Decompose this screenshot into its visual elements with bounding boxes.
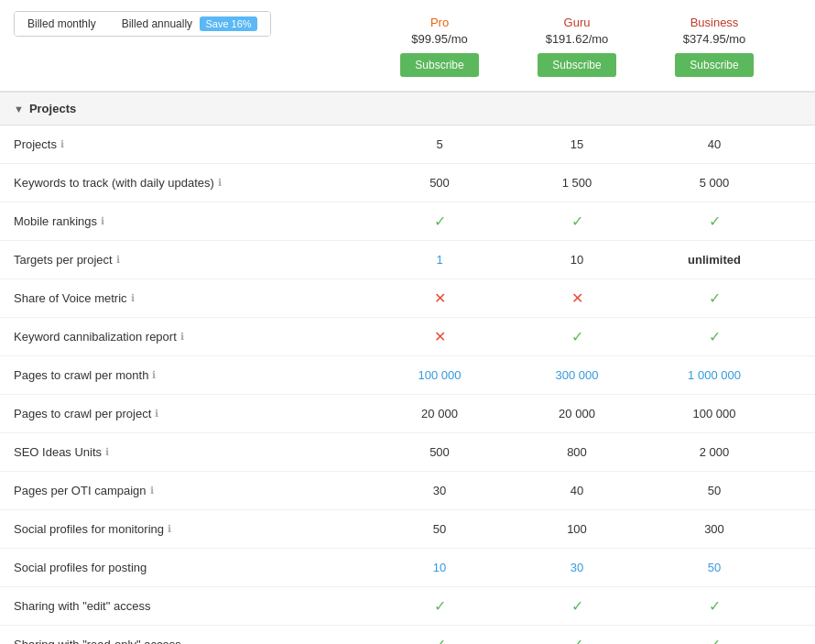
table-row: Share of Voice metric ℹ✕✕✓ — [0, 279, 815, 318]
check-icon: ✓ — [434, 598, 446, 614]
check-icon: ✓ — [434, 213, 446, 229]
feature-label-text: Keywords to track (with daily updates) — [14, 176, 214, 190]
table-row: Targets per project ℹ110unlimited — [0, 241, 815, 279]
plan-business-price: $374.95/mo — [646, 32, 783, 46]
cross-icon: ✕ — [434, 290, 446, 306]
info-icon[interactable]: ℹ — [116, 254, 120, 266]
table-row: Keywords to track (with daily updates) ℹ… — [0, 164, 815, 202]
billed-monthly-button[interactable]: Billed monthly — [15, 12, 109, 36]
features-table: Projects ℹ51540Keywords to track (with d… — [0, 126, 815, 644]
table-row: SEO Ideas Units ℹ5008002 000 — [0, 433, 815, 472]
info-icon[interactable]: ℹ — [218, 177, 222, 189]
table-row: Pages to crawl per project ℹ20 00020 000… — [0, 395, 815, 433]
feature-label-text: Pages to crawl per month — [14, 368, 148, 382]
info-icon[interactable]: ℹ — [101, 215, 104, 227]
check-icon: ✓ — [571, 329, 583, 344]
feature-label-text: Sharing with "edit" access — [14, 599, 150, 613]
feature-label-text: Share of Voice metric — [14, 291, 127, 305]
check-icon: ✓ — [709, 598, 721, 614]
table-row: Projects ℹ51540 — [0, 126, 815, 164]
info-icon[interactable]: ℹ — [105, 446, 109, 458]
info-icon[interactable]: ℹ — [131, 292, 135, 304]
plan-guru-price: $191.62/mo — [508, 32, 646, 46]
chevron-down-icon: ▼ — [14, 104, 24, 115]
feature-label-text: Keyword cannibalization report — [14, 330, 177, 344]
feature-label-text: Pages per OTI campaign — [14, 484, 147, 497]
feature-label-text: Social profiles for posting — [14, 561, 147, 574]
table-row: Mobile rankings ℹ✓✓✓ — [0, 202, 815, 241]
feature-label-text: Social profiles for monitoring — [14, 522, 164, 536]
table-row: Social profiles for monitoring ℹ50100300 — [0, 510, 815, 549]
plan-guru-header: Guru $191.62/mo Subscribe — [508, 11, 646, 82]
feature-label-text: Sharing with "read-only" access — [14, 638, 181, 644]
plan-business-subscribe-button[interactable]: Subscribe — [675, 53, 753, 77]
feature-label-text: Targets per project — [14, 253, 113, 267]
billed-annually-button[interactable]: Billed annually Save 16% — [109, 12, 270, 36]
info-icon[interactable]: ℹ — [155, 408, 158, 420]
plan-pro-subscribe-button[interactable]: Subscribe — [400, 53, 478, 77]
info-icon[interactable]: ℹ — [180, 331, 184, 343]
check-icon: ✓ — [571, 637, 583, 644]
plan-pro-price: $99.95/mo — [371, 32, 508, 46]
save-badge: Save 16% — [200, 16, 256, 31]
check-icon: ✓ — [709, 329, 721, 344]
table-row: Pages per OTI campaign ℹ304050 — [0, 472, 815, 510]
info-icon[interactable]: ℹ — [150, 485, 154, 497]
projects-section-header: ▼ Projects — [0, 92, 815, 126]
table-row: Pages to crawl per month ℹ100 000300 000… — [0, 356, 815, 395]
check-icon: ✓ — [709, 637, 721, 644]
table-row: Keyword cannibalization report ℹ✕✓✓ — [0, 318, 815, 356]
feature-label-text: Mobile rankings — [14, 214, 97, 228]
cross-icon: ✕ — [434, 329, 446, 344]
plan-guru-name: Guru — [508, 16, 646, 29]
info-icon[interactable]: ℹ — [60, 138, 64, 150]
check-icon: ✓ — [571, 598, 583, 614]
feature-label-text: Projects — [14, 137, 57, 151]
check-icon: ✓ — [709, 213, 721, 229]
plan-pro-name: Pro — [371, 16, 508, 29]
info-icon[interactable]: ℹ — [168, 523, 171, 535]
cross-icon: ✕ — [571, 290, 583, 306]
feature-label-text: Pages to crawl per project — [14, 407, 151, 420]
plan-guru-subscribe-button[interactable]: Subscribe — [538, 53, 615, 77]
plan-business-header: Business $374.95/mo Subscribe — [646, 11, 783, 82]
table-row: Social profiles for posting103050 — [0, 549, 815, 587]
plan-pro-header: Pro $99.95/mo Subscribe — [371, 11, 508, 82]
info-icon[interactable]: ℹ — [152, 369, 156, 381]
check-icon: ✓ — [434, 637, 446, 644]
check-icon: ✓ — [571, 213, 583, 229]
table-row: Sharing with "edit" access✓✓✓ — [0, 587, 815, 626]
section-label: Projects — [29, 102, 76, 115]
billing-toggle-wrapper: Billed monthly Billed annually Save 16% — [14, 11, 371, 37]
plan-business-name: Business — [646, 16, 783, 29]
feature-label-text: SEO Ideas Units — [14, 445, 102, 459]
billing-toggle[interactable]: Billed monthly Billed annually Save 16% — [14, 11, 271, 37]
plans-header: Pro $99.95/mo Subscribe Guru $191.62/mo … — [371, 11, 783, 82]
check-icon: ✓ — [709, 290, 721, 306]
table-row: Sharing with "read-only" access✓✓✓ — [0, 626, 815, 644]
